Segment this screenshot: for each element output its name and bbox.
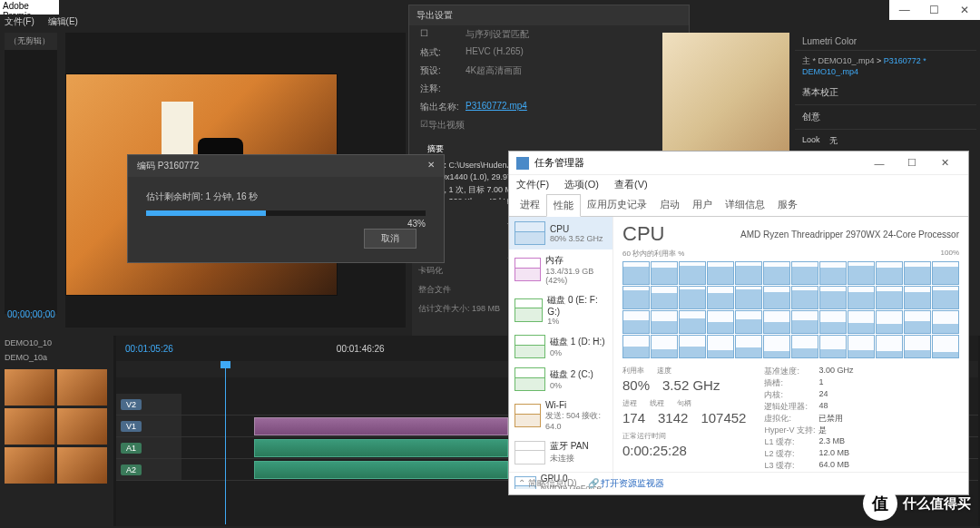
fewer-details-toggle[interactable]: ⌃ 简略信息(D): [518, 477, 577, 490]
sidebar-item-[interactable]: 内存13.4/31.9 GB (42%): [509, 249, 612, 289]
close-icon[interactable]: ✕: [427, 160, 435, 172]
cpu-core-cell: [876, 261, 903, 285]
menu-file[interactable]: 文件(F): [5, 16, 34, 26]
audio-clip[interactable]: [254, 461, 508, 479]
cpu-core-cell: [876, 335, 903, 358]
cpu-core-cell: [932, 310, 959, 334]
spec-row: Hyper-V 支持:是: [764, 425, 853, 436]
tab-details[interactable]: 详细信息: [719, 194, 771, 216]
progress-percent: 43%: [146, 219, 426, 229]
track-badge[interactable]: A2: [121, 464, 142, 475]
tab-performance[interactable]: 性能: [546, 194, 581, 217]
minimize-button[interactable]: —: [889, 0, 919, 20]
spec-row: 插槽:1: [764, 377, 853, 389]
look-label: Look: [802, 135, 820, 147]
speed-label: 速度: [657, 366, 671, 376]
media-thumbnail[interactable]: P3160747.MOV: [57, 408, 107, 445]
maximize-button[interactable]: ☐: [896, 157, 928, 169]
proc-label: 进程: [622, 398, 637, 408]
close-button[interactable]: ✕: [928, 157, 961, 169]
look-dropdown[interactable]: 无: [829, 135, 838, 147]
bin-tab[interactable]: DEMO_10a: [0, 350, 113, 365]
handle-label: 句柄: [677, 398, 691, 408]
grid-max: 100%: [941, 249, 959, 259]
track-badge[interactable]: A1: [121, 443, 142, 454]
basic-correction-section[interactable]: 基本校正: [795, 81, 976, 105]
sidebar-item-cpu[interactable]: CPU80% 3.52 GHz: [509, 217, 612, 249]
window-controls: — ☐ ✕: [889, 0, 980, 20]
cpu-core-cell: [763, 286, 790, 309]
tab-app-history[interactable]: 应用历史记录: [581, 194, 653, 216]
cpu-detail-pane: CPU AMD Ryzen Threadripper 2970WX 24-Cor…: [613, 217, 968, 489]
cpu-core-cell: [707, 335, 734, 358]
audio-clip[interactable]: [254, 439, 508, 457]
spec-row: 虚拟化:已禁用: [764, 413, 853, 425]
close-button[interactable]: ✕: [950, 0, 980, 20]
sidebar-item-wifi[interactable]: Wi-Fi发送: 504 接收: 64.0: [509, 396, 612, 435]
cpu-core-cell: [735, 310, 762, 334]
video-clip[interactable]: [254, 417, 508, 435]
cpu-core-cell: [622, 310, 650, 334]
cpu-core-cell: [904, 261, 931, 285]
cpu-core-cell: [819, 261, 847, 285]
resource-monitor-link[interactable]: 🔗 打开资源监视器: [588, 477, 665, 490]
creative-section[interactable]: 创意: [795, 105, 976, 130]
timecode-in[interactable]: 00:01:05:26: [125, 344, 173, 354]
taskmgr-title: 任务管理器: [534, 156, 863, 170]
grid-label: 60 秒内的利用率 %: [622, 249, 684, 259]
menu-view[interactable]: 查看(V): [614, 179, 648, 190]
tab-users[interactable]: 用户: [686, 194, 719, 216]
output-name-link[interactable]: P3160772.mp4: [466, 101, 678, 113]
sidebar-item-pan[interactable]: 蓝牙 PAN未连接: [509, 435, 612, 469]
cpu-core-cell: [735, 286, 762, 309]
side-option[interactable]: 卡码化: [416, 261, 503, 280]
tab-services[interactable]: 服务: [771, 194, 804, 216]
track-badge[interactable]: V2: [121, 399, 142, 410]
minimize-button[interactable]: —: [863, 158, 896, 169]
menu-file[interactable]: 文件(F): [516, 179, 549, 190]
timecode-out: 00:01:46:26: [337, 344, 385, 354]
track-badge[interactable]: V1: [121, 421, 142, 432]
export-video-checkbox[interactable]: 导出视频: [428, 119, 465, 132]
sidebar-item-2c[interactable]: 磁盘 2 (C:)0%: [509, 363, 612, 396]
preset-dropdown[interactable]: 4K超高清画面: [466, 64, 678, 77]
proc-value: 174: [622, 410, 645, 425]
cpu-core-cell: [876, 310, 903, 334]
taskmgr-menubar: 文件(F) 选项(O) 查看(V): [509, 175, 968, 194]
side-option[interactable]: 整合文件: [416, 280, 503, 299]
format-dropdown[interactable]: HEVC (H.265): [466, 46, 678, 59]
menu-edit[interactable]: 编辑(E): [48, 16, 78, 26]
sidebar-item-1dh[interactable]: 磁盘 1 (D: H:)0%: [509, 330, 612, 363]
cpu-core-cell: [622, 335, 650, 358]
progress-message: 估计剩余时间: 1 分钟, 16 秒: [146, 191, 426, 203]
tab-startup[interactable]: 启动: [653, 194, 686, 216]
speed-value: 3.52 GHz: [662, 377, 720, 393]
match-sequence-checkbox[interactable]: 与序列设置匹配: [466, 28, 678, 41]
cpu-core-cell: [932, 261, 959, 285]
sidebar-item-0efg[interactable]: 磁盘 0 (E: F: G:)1%: [509, 289, 612, 330]
media-thumbnail[interactable]: [5, 447, 54, 484]
crumb-master[interactable]: 主 * DEMO10_.mp4: [802, 56, 875, 65]
premiere-titlebar: Adobe Premie: [0, 0, 59, 15]
cpu-core-cell: [651, 286, 678, 309]
taskmgr-titlebar[interactable]: 任务管理器 — ☐ ✕: [509, 152, 968, 175]
lumetri-tab[interactable]: Lumetri Color: [795, 33, 976, 51]
media-thumbnail[interactable]: P3160746.MOV: [5, 408, 54, 445]
media-thumbnail[interactable]: P3160741.MOV: [57, 369, 107, 406]
media-thumbnail[interactable]: P3160743.MOV: [5, 369, 54, 406]
menu-options[interactable]: 选项(O): [564, 179, 599, 190]
cancel-button[interactable]: 取消: [364, 229, 416, 249]
comment-label: 注释:: [420, 83, 466, 95]
source-tab[interactable]: （无剪辑）: [5, 33, 57, 50]
cpu-core-cell: [763, 310, 790, 334]
cpu-core-cell: [763, 261, 790, 285]
watermark-icon: 值: [863, 486, 897, 521]
tab-processes[interactable]: 进程: [514, 194, 546, 216]
taskmgr-icon: [516, 157, 529, 170]
bin-tab[interactable]: DEMO10_10: [0, 336, 113, 350]
media-thumbnail[interactable]: [57, 447, 107, 484]
cpu-core-grid[interactable]: [622, 261, 959, 358]
cpu-core-cell: [622, 286, 650, 309]
maximize-button[interactable]: ☐: [919, 0, 949, 20]
cpu-core-cell: [876, 286, 903, 309]
